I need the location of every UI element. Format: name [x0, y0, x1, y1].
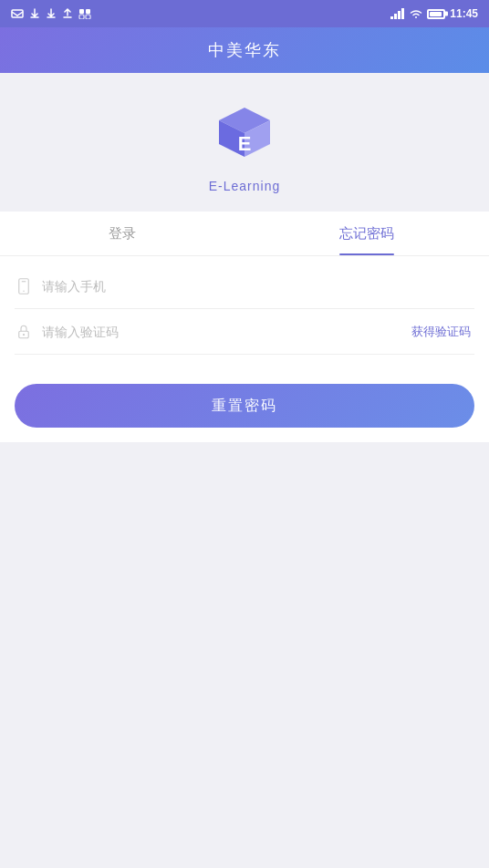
svg-rect-6	[394, 14, 397, 19]
logo-svg: E	[208, 100, 281, 173]
time-display: 11:45	[450, 7, 478, 20]
signal-icon	[390, 8, 405, 19]
svg-rect-8	[401, 8, 404, 19]
svg-rect-5	[390, 16, 393, 19]
download-icon	[29, 8, 40, 19]
battery-icon	[427, 9, 445, 19]
tab-forgot-password[interactable]: 忘记密码	[244, 212, 489, 255]
svg-rect-7	[398, 11, 401, 19]
svg-point-17	[23, 333, 25, 335]
code-input[interactable]	[42, 325, 399, 339]
svg-point-14	[23, 290, 25, 292]
app-title: 中美华东	[208, 39, 281, 61]
phone-icon	[15, 277, 33, 295]
phone-input[interactable]	[42, 279, 474, 294]
notification-icon	[11, 8, 24, 19]
svg-rect-2	[86, 9, 90, 14]
wifi-icon	[410, 8, 422, 19]
button-area: 重置密码	[0, 362, 489, 442]
tab-login[interactable]: 登录	[0, 212, 244, 255]
lock-svg	[16, 324, 32, 340]
tab-bar: 登录 忘记密码	[0, 212, 489, 256]
svg-text:E: E	[238, 132, 252, 155]
status-bar: 11:45	[0, 0, 489, 27]
status-icons-left	[11, 8, 91, 19]
svg-rect-3	[79, 15, 84, 19]
phone-field-row	[15, 264, 474, 309]
reset-password-button[interactable]: 重置密码	[15, 384, 474, 428]
bottom-area	[0, 442, 489, 868]
lock-icon	[15, 323, 33, 341]
code-field-row: 获得验证码	[15, 309, 474, 355]
status-right: 11:45	[390, 7, 478, 20]
download2-icon	[46, 8, 57, 19]
logo-cube: E	[208, 100, 281, 173]
app-icon	[78, 8, 91, 19]
phone-svg	[16, 278, 32, 294]
logo-area: E E-Learning	[0, 73, 489, 212]
svg-rect-1	[79, 9, 84, 14]
upload-icon	[62, 8, 73, 19]
svg-rect-4	[86, 15, 90, 19]
logo-text: E-Learning	[209, 179, 281, 193]
get-code-button[interactable]: 获得验证码	[408, 324, 474, 340]
form-area: 获得验证码	[0, 256, 489, 362]
app-header: 中美华东	[0, 27, 489, 73]
login-card: 登录 忘记密码	[0, 212, 489, 442]
